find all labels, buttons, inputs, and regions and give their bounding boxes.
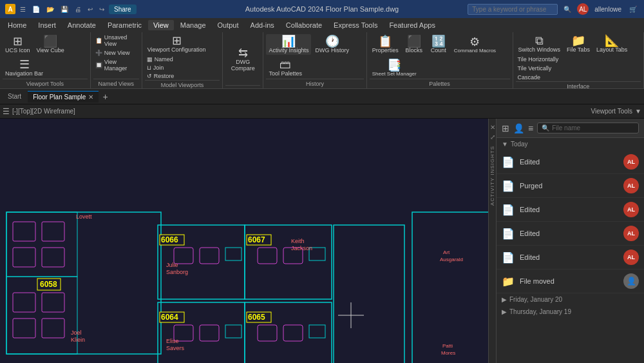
viewport-config-btn[interactable]: ⊞ Viewport Configuration (145, 34, 209, 54)
menu-output[interactable]: Output (213, 20, 244, 30)
menu-insert[interactable]: Insert (33, 20, 61, 30)
unsaved-view-btn[interactable]: 📋 Unsaved View (93, 34, 139, 48)
ucs-icon-btn[interactable]: ⊞ UCS Icon (3, 34, 33, 55)
global-search[interactable] (468, 4, 558, 15)
hamburger-icon[interactable]: ☰ (3, 107, 10, 116)
file-tabs-label: File Tabs (567, 46, 590, 53)
activity-item-purged[interactable]: 📄 Purged AL (497, 174, 644, 198)
switch-windows-btn[interactable]: ⧉ Switch Windows (516, 34, 564, 54)
layout-tabs-btn[interactable]: 📐 Layout Tabs (594, 34, 630, 54)
activity-item-edited-2[interactable]: 📄 Edited AL (497, 198, 644, 222)
open-btn[interactable]: 📂 (44, 5, 56, 14)
title-menu-btn[interactable]: ☰ (18, 5, 28, 14)
panel-collapse-bar[interactable]: ✕ ⤢ ACTIVITY INSIGHTS (488, 119, 496, 363)
svg-text:6065: 6065 (248, 313, 265, 322)
print-btn[interactable]: 🖨 (73, 5, 83, 14)
avatar-3: AL (623, 226, 639, 241)
nav-bar-btn[interactable]: ☰ Navigation Bar (3, 57, 46, 78)
menu-manage[interactable]: Manage (175, 20, 211, 30)
layout-tabs-icon: 📐 (605, 35, 619, 46)
tile-horizontally-btn[interactable]: Tile Horizontally (516, 55, 561, 63)
view-manager-btn[interactable]: 🔲 View Manager (93, 58, 139, 72)
file-tabs-btn[interactable]: 📁 File Tabs (564, 34, 592, 54)
cad-canvas[interactable]: 6058 6066 6067 6064 6065 6062 60 (0, 119, 488, 363)
tool-palettes-label: Tool Palettes (269, 70, 302, 77)
tab-close-icon[interactable]: ✕ (88, 93, 93, 101)
svg-text:Ausgarald: Ausgarald (440, 257, 463, 262)
sheet-set-label: Sheet Set Manager (372, 71, 417, 77)
menu-featured-apps[interactable]: Featured Apps (384, 20, 440, 30)
expand-icon[interactable]: ▼ (635, 108, 641, 115)
thursday-section-header[interactable]: ▶ Thursday, January 19 (497, 306, 644, 318)
main-area: 6058 6066 6067 6064 6065 6062 60 (0, 119, 644, 363)
cart-icon[interactable]: 🛒 (627, 5, 639, 14)
named-btn[interactable]: ▦ Named (145, 55, 176, 63)
ribbon-interface-content: ⧉ Switch Windows 📁 File Tabs 📐 Layout Ta… (516, 34, 641, 81)
search-icon[interactable]: 🔍 (562, 5, 573, 14)
undo-btn[interactable]: ↩ (86, 5, 95, 14)
tab-floor-plan-label: Floor Plan Sample (33, 93, 86, 101)
properties-btn[interactable]: 📋 Properties (370, 34, 401, 55)
palettes-label: Palettes (370, 79, 510, 87)
tab-floor-plan[interactable]: Floor Plan Sample ✕ (28, 91, 99, 103)
ribbon-model-viewports-content: ⊞ Viewport Configuration ▦ Named ⊔ Join … (145, 34, 220, 80)
save-btn[interactable]: 💾 (59, 5, 70, 14)
panel-search-icon: 🔍 (542, 124, 549, 132)
activity-label-2: Edited (520, 206, 618, 213)
redo-btn[interactable]: ↪ (97, 5, 106, 14)
user-avatar[interactable]: AL (577, 3, 589, 15)
svg-text:Julie: Julie (166, 262, 178, 268)
command-macros-btn[interactable]: ⚙ Command Macros (451, 35, 498, 55)
cascade-btn[interactable]: Cascade (516, 74, 561, 81)
blocks-btn[interactable]: ⬛ Blocks (402, 34, 426, 55)
viewport-bar: ☰ [-][Top][2D Wireframe] Viewport Tools … (0, 104, 644, 119)
menu-parametric[interactable]: Parametric (102, 20, 147, 30)
menu-view[interactable]: View (148, 20, 174, 30)
sheet-set-manager-btn[interactable]: 📑 Sheet Set Manager (370, 58, 419, 78)
count-btn[interactable]: 🔢 Count (427, 34, 450, 55)
menu-add-ins[interactable]: Add-ins (245, 20, 279, 30)
viewport-config-label: Viewport Configuration (147, 46, 206, 53)
activity-item-edited-3[interactable]: 📄 Edited AL (497, 222, 644, 246)
dwg-history-btn[interactable]: 🕐 DWG History (312, 34, 352, 55)
svg-text:Elise: Elise (166, 338, 179, 344)
menu-annotate[interactable]: Annotate (62, 20, 101, 30)
restore-btn[interactable]: ↺ Restore (145, 72, 176, 80)
activity-item-edited-1[interactable]: 📄 Edited AL (497, 150, 644, 174)
new-view-btn[interactable]: ➕ New View (93, 49, 132, 57)
view-cube-btn[interactable]: ⬛ View Cube (34, 34, 67, 55)
activity-item-edited-4[interactable]: 📄 Edited AL (497, 246, 644, 270)
move-icon[interactable]: ⤢ (490, 133, 495, 141)
tab-add-btn[interactable]: + (100, 92, 110, 102)
ribbon-interface: ⧉ Switch Windows 📁 File Tabs 📐 Layout Ta… (513, 32, 645, 88)
svg-text:Patti: Patti (442, 343, 453, 349)
menu-express-tools[interactable]: Express Tools (328, 20, 383, 30)
new-view-icon: ➕ (95, 50, 102, 56)
history-label: History (266, 79, 363, 87)
friday-section-header[interactable]: ▶ Friday, January 20 (497, 293, 644, 306)
share-btn[interactable]: Share (109, 5, 137, 14)
close-panel-icon[interactable]: ✕ (490, 124, 495, 131)
tab-start[interactable]: Start (3, 91, 26, 102)
activity-insights-btn[interactable]: 📊 Activity Insights (266, 34, 311, 55)
dwg-compare-btn[interactable]: ⇆ DWG Compare (225, 46, 260, 73)
panel-search-box[interactable]: 🔍 File name (537, 123, 639, 133)
new-btn[interactable]: 📄 (30, 5, 42, 14)
count-label: Count (431, 47, 446, 54)
today-section-header[interactable]: ▼ Today (497, 138, 644, 150)
menu-collaborate[interactable]: Collaborate (281, 20, 327, 30)
panel-user-icon[interactable]: 👤 (513, 123, 524, 133)
tile-vertically-btn[interactable]: Tile Vertically (516, 64, 561, 72)
friday-chevron-icon: ▶ (502, 296, 507, 303)
panel-list-icon[interactable]: ≡ (528, 123, 533, 133)
svg-text:6058: 6058 (40, 280, 57, 289)
title-bar-right: 🔍 AL allenlowe 🛒 (468, 3, 639, 15)
panel-grid-icon[interactable]: ⊞ (502, 123, 509, 133)
tool-palettes-btn[interactable]: 🗃 Tool Palettes (266, 57, 305, 78)
switch-windows-label: Switch Windows (518, 46, 561, 53)
avatar-2: AL (623, 202, 639, 217)
username-label: allenlowe (592, 5, 623, 14)
menu-home[interactable]: Home (3, 20, 32, 30)
join-btn[interactable]: ⊔ Join (145, 64, 176, 72)
activity-item-file-moved[interactable]: 📁 File moved 👤 (497, 270, 644, 293)
